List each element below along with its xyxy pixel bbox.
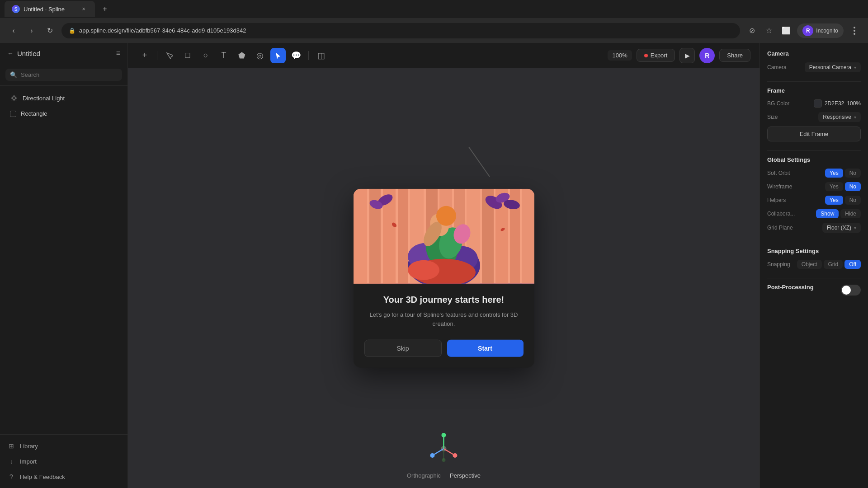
zoom-level: 100%	[608, 50, 632, 61]
grid-plane-dropdown[interactable]: Floor (XZ) ▾	[822, 223, 861, 233]
rectangle-checkbox[interactable]	[10, 111, 16, 117]
back-navigation[interactable]: ← Untitled	[7, 50, 40, 57]
edit-frame-button[interactable]: Edit Frame	[767, 127, 861, 141]
canvas-bottom-controls: Orthographic Perspective	[407, 431, 481, 479]
snapping-object-button[interactable]: Object	[797, 260, 822, 269]
path-tool[interactable]: ◎	[252, 48, 268, 63]
post-processing-row: Post-Processing	[767, 284, 861, 296]
orthographic-view-option[interactable]: Orthographic	[407, 472, 441, 479]
play-button[interactable]: ▶	[679, 48, 695, 63]
wireframe-yes-button[interactable]: Yes	[825, 182, 843, 191]
help-button[interactable]: ? Help & Feedback	[0, 469, 127, 484]
size-row: Size Responsive ▾	[767, 112, 861, 122]
tab-close-button[interactable]: ×	[80, 5, 88, 13]
svg-point-32	[436, 206, 456, 225]
view-gizmo	[425, 431, 462, 467]
start-button[interactable]: Start	[447, 340, 524, 357]
cursor-tool[interactable]	[270, 48, 286, 63]
menu-dot	[854, 33, 855, 35]
panel-divider	[767, 150, 861, 151]
wireframe-no-button[interactable]: No	[845, 182, 861, 191]
frame-section: Frame BG Color 2D2E32 100% Size Responsi…	[767, 87, 861, 141]
refresh-button[interactable]: ↻	[43, 24, 56, 37]
chevron-down-icon: ▾	[854, 225, 856, 230]
rectangle-tool[interactable]: □	[180, 48, 195, 63]
add-button[interactable]: +	[137, 48, 152, 63]
incognito-badge[interactable]: R Incognito	[797, 23, 844, 38]
skip-button[interactable]: Skip	[364, 340, 442, 357]
wireframe-toggle: Yes No	[825, 182, 861, 191]
wireframe-row: Wireframe Yes No	[767, 182, 861, 191]
user-avatar[interactable]: R	[699, 48, 715, 63]
svg-line-5	[12, 96, 12, 96]
panel-divider	[767, 278, 861, 278]
import-icon: ↓	[7, 457, 15, 465]
size-dropdown[interactable]: Responsive ▾	[818, 112, 861, 122]
bg-color-swatch[interactable]	[814, 99, 822, 108]
welcome-modal: Your 3D journey starts here! Let's go fo…	[354, 188, 534, 368]
library-button[interactable]: ⊞ Library	[0, 438, 127, 454]
lock-icon: 🔒	[69, 28, 75, 34]
text-tool[interactable]: T	[216, 48, 231, 63]
search-section: 🔍	[0, 64, 127, 86]
back-button[interactable]: ‹	[7, 24, 20, 37]
sidebar-item-rectangle[interactable]: Rectangle	[3, 107, 125, 121]
snapping-off-button[interactable]: Off	[844, 260, 861, 269]
svg-line-7	[16, 96, 16, 96]
select-tool[interactable]	[162, 48, 177, 63]
camera-value: Personal Camera	[809, 64, 851, 70]
welcome-description: Let's go for a tour of Spline's features…	[364, 310, 524, 329]
forward-button[interactable]: ›	[25, 24, 38, 37]
export-label: Export	[651, 52, 668, 59]
grid-plane-value: Floor (XZ)	[827, 225, 851, 231]
incognito-label: Incognito	[816, 28, 838, 34]
wireframe-label: Wireframe	[767, 183, 792, 190]
search-input[interactable]	[21, 71, 118, 78]
svg-point-46	[453, 453, 457, 458]
snapping-label: Snapping	[767, 261, 790, 267]
import-button[interactable]: ↓ Import	[0, 454, 127, 469]
search-box[interactable]: 🔍	[5, 69, 122, 81]
address-bar[interactable]: 🔒 app.spline.design/file/adbfb567-34e6-4…	[61, 23, 740, 38]
extensions-icon[interactable]: ⬜	[780, 24, 793, 37]
camera-dropdown[interactable]: Personal Camera ▾	[805, 62, 861, 72]
sidebar-footer: ⊞ Library ↓ Import ? Help & Feedback	[0, 434, 127, 488]
global-settings-title: Global Settings	[767, 156, 861, 163]
shape-tool[interactable]: ⬟	[234, 48, 250, 63]
soft-orbit-yes-button[interactable]: Yes	[825, 169, 843, 178]
canvas[interactable]: Your 3D journey starts here! Let's go fo…	[128, 68, 760, 488]
library-label: Library	[20, 443, 38, 450]
ellipse-tool[interactable]: ○	[198, 48, 213, 63]
collaborators-hide-button[interactable]: Hide	[840, 209, 861, 218]
active-tab[interactable]: S Untitled · Spline ×	[5, 1, 95, 17]
snapping-grid-button[interactable]: Grid	[824, 260, 843, 269]
camera-tool[interactable]: ◫	[313, 48, 329, 63]
perspective-view-option[interactable]: Perspective	[450, 472, 481, 479]
camera-section-title: Camera	[767, 50, 861, 57]
new-tab-button[interactable]: +	[99, 3, 111, 15]
bookmark-icon[interactable]: ☆	[763, 24, 775, 37]
share-button[interactable]: Share	[719, 49, 750, 62]
camera-section: Camera Camera Personal Camera ▾	[767, 50, 861, 72]
cast-icon[interactable]: ⊘	[745, 24, 758, 37]
collaborators-show-button[interactable]: Show	[816, 209, 839, 218]
post-processing-toggle[interactable]	[841, 285, 861, 296]
helpers-no-button[interactable]: No	[845, 196, 861, 205]
sidebar-item-directional-light[interactable]: Directional Light	[3, 90, 125, 106]
browser-toolbar: ‹ › ↻ 🔒 app.spline.design/file/adbfb567-…	[0, 18, 868, 43]
svg-line-8	[12, 100, 12, 100]
snapping-section: Snapping Settings Snapping Object Grid O…	[767, 248, 861, 269]
welcome-actions: Skip Start	[364, 340, 524, 357]
sidebar-menu-icon[interactable]: ≡	[116, 49, 120, 57]
browser-menu-button[interactable]	[848, 24, 861, 37]
menu-dot	[854, 27, 855, 28]
soft-orbit-no-button[interactable]: No	[845, 169, 861, 178]
size-label: Size	[767, 114, 778, 120]
directional-light-label: Directional Light	[23, 95, 65, 102]
light-icon	[10, 94, 18, 102]
toolbar-separator	[308, 51, 309, 60]
comment-tool[interactable]: 💬	[288, 48, 304, 63]
svg-rect-22	[522, 188, 534, 283]
export-button[interactable]: Export	[637, 49, 675, 62]
helpers-yes-button[interactable]: Yes	[825, 196, 843, 205]
